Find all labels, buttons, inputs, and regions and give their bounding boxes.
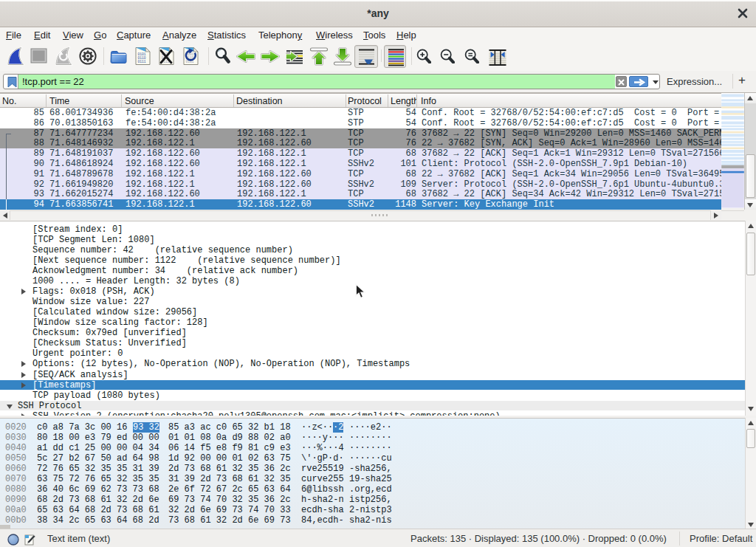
svg-text:0111: 0111 — [137, 60, 145, 63]
